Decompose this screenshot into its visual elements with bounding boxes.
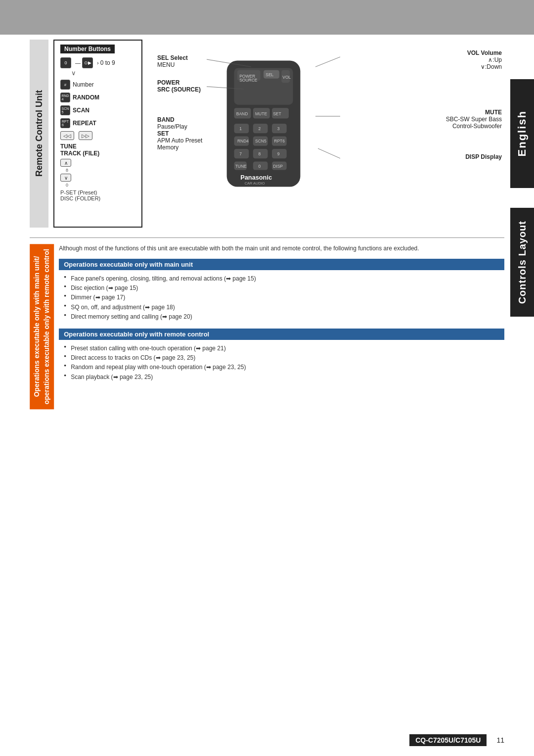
number-buttons-title: Number Buttons	[60, 45, 115, 53]
list-item: Random and repeat play with one-touch op…	[64, 363, 504, 372]
svg-text:SOURCE: SOURCE	[239, 78, 258, 83]
list-item: Preset station calling with one-touch op…	[64, 344, 504, 353]
svg-text:Panasonic: Panasonic	[240, 174, 272, 181]
up-btn[interactable]: ∧	[60, 159, 71, 167]
list-item: Disc ejection (➡ page 15)	[64, 284, 504, 293]
main-unit-ops-section: Operations executable only with main uni…	[59, 259, 504, 322]
up-down-arrows: ∧ 8 ∨ 0	[60, 159, 135, 188]
list-item: Direct access to tracks on CDs (➡ page 2…	[64, 353, 504, 363]
svg-text:CAR AUDIO: CAR AUDIO	[245, 181, 265, 186]
intro-text: Although most of the functions of this u…	[59, 244, 504, 253]
hash-icon: #	[60, 80, 70, 90]
tune-arrows-row: ◁◁ ▷▷	[60, 131, 135, 140]
section-divider	[30, 237, 504, 238]
callout-sel: SEL Select MENU	[157, 54, 188, 68]
svg-text:0: 0	[258, 164, 261, 169]
top-bar	[0, 0, 534, 35]
operations-content: Although most of the functions of this u…	[59, 244, 504, 409]
svg-text:RND4: RND4	[237, 139, 249, 143]
remote-control-image: POWER SOURCE SEL VOL BAND MUTE SET	[222, 49, 320, 198]
english-label-bar: English	[510, 79, 534, 188]
disc-label: DISC (FOLDER)	[60, 195, 135, 201]
controls-layout-label: Controls Layout	[517, 221, 528, 304]
remote-diagram: SEL Select MENU POWER SRC (SOURCE) BAND …	[152, 40, 504, 228]
svg-text:7: 7	[239, 151, 242, 156]
controls-layout-label-bar: Controls Layout	[510, 208, 534, 317]
svg-text:SCN5: SCN5	[255, 139, 267, 143]
number-range-row: 0 — ⊙▶ › 0 to 9	[60, 57, 135, 68]
callout-disp: DISP Display	[465, 153, 502, 160]
remote-control-unit-label: Remote Control Unit	[30, 40, 48, 228]
track-label: TRACK (FILE)	[60, 150, 135, 157]
svg-text:VOL: VOL	[282, 75, 291, 80]
scan-icon: SCN5	[60, 105, 70, 115]
model-badge: CQ-C7205U/C7105U	[409, 734, 487, 746]
main-content: Remote Control Unit Number Buttons 0 — ⊙…	[30, 40, 504, 726]
num-arrow-icon: ⊙▶	[82, 57, 93, 68]
english-label: English	[516, 110, 529, 156]
repeat-row: RPT6 REPEAT	[60, 118, 135, 128]
remote-ops-list: Preset station calling with one-touch op…	[59, 344, 504, 382]
svg-text:BAND: BAND	[236, 111, 248, 116]
svg-text:RPT6: RPT6	[274, 139, 285, 143]
svg-text:8: 8	[258, 151, 261, 156]
callout-lines	[152, 40, 504, 228]
svg-text:MUTE: MUTE	[255, 111, 267, 116]
random-icon: RND4	[60, 93, 70, 102]
svg-text:2: 2	[258, 126, 261, 131]
num0-icon: 0	[60, 57, 71, 68]
callout-mute: MUTE SBC-SW Super Bass Control-Subwoofer	[446, 109, 502, 130]
svg-text:TUNE: TUNE	[235, 164, 247, 169]
list-item: Dimmer (➡ page 17)	[64, 293, 504, 302]
down-btn[interactable]: ∨	[60, 174, 71, 182]
svg-text:1: 1	[239, 126, 242, 131]
remote-control-section: Remote Control Unit Number Buttons 0 — ⊙…	[30, 40, 504, 228]
svg-text:SET: SET	[273, 111, 281, 116]
main-unit-ops-title: Operations executable only with main uni…	[59, 259, 504, 270]
footer: CQ-C7205U/C7105U 11	[409, 734, 504, 746]
number-label-row: # Number	[60, 80, 135, 90]
callout-band: BAND Pause/Play SET APM Auto Preset Memo…	[157, 116, 202, 151]
callout-power: POWER SRC (SOURCE)	[157, 79, 201, 93]
tune-label: TUNE	[60, 143, 135, 150]
svg-text:9: 9	[277, 151, 280, 156]
main-unit-ops-list: Face panel's opening, closing, tilting, …	[59, 274, 504, 322]
tune-right-btn[interactable]: ▷▷	[79, 131, 92, 140]
list-item: SQ on, off, and adjustment (➡ page 18)	[64, 303, 504, 312]
list-item: Scan playback (➡ page 23, 25)	[64, 373, 504, 382]
tune-track-labels: TUNE TRACK (FILE)	[60, 143, 135, 157]
operations-label: Operations executable only with main uni…	[30, 244, 54, 409]
list-item: Face panel's opening, closing, tilting, …	[64, 274, 504, 284]
number-buttons-box: Number Buttons 0 — ⊙▶ › 0 to 9 ∨ # Numbe…	[53, 40, 142, 228]
pset-disc-labels: P-SET (Preset) DISC (FOLDER)	[60, 189, 135, 201]
operations-section: Operations executable only with main uni…	[30, 244, 504, 409]
svg-line-45	[318, 148, 340, 158]
repeat-icon: RPT6	[60, 118, 70, 128]
svg-text:SEL: SEL	[266, 72, 273, 77]
tune-left-btn[interactable]: ◁◁	[60, 131, 74, 140]
remote-ops-section: Operations executable only with remote c…	[59, 329, 504, 382]
callout-vol: VOL Volume ∧:Up ∨:Down	[467, 49, 502, 70]
random-row: RND4 RANDOM	[60, 93, 135, 102]
pset-label: P-SET (Preset)	[60, 189, 135, 195]
remote-ops-title: Operations executable only with remote c…	[59, 329, 504, 340]
svg-text:DISP: DISP	[273, 164, 283, 169]
scan-row: SCN5 SCAN	[60, 105, 135, 115]
list-item: Direct memory setting and calling (➡ pag…	[64, 312, 504, 322]
svg-text:3: 3	[277, 126, 280, 131]
page-number: 11	[496, 736, 504, 744]
